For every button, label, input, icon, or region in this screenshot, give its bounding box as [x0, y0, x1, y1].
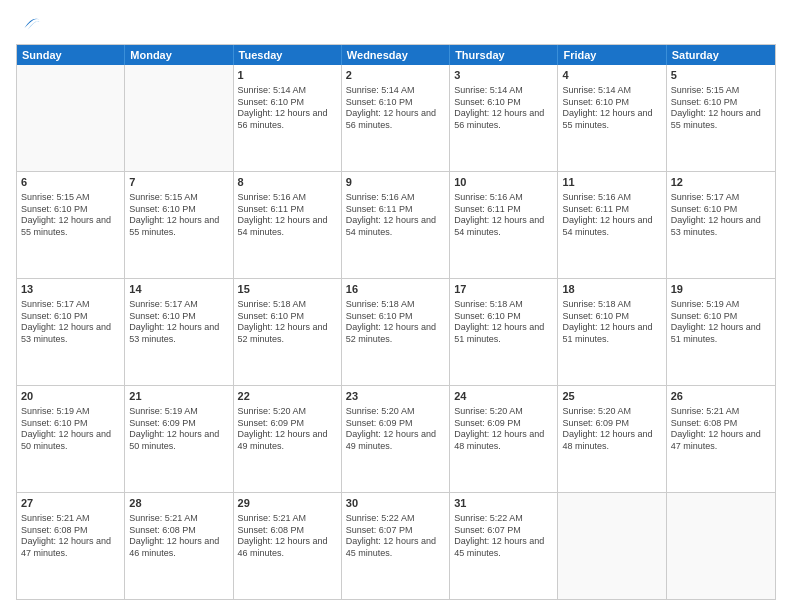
- calendar-cell-8: 8Sunrise: 5:16 AM Sunset: 6:11 PM Daylig…: [234, 172, 342, 278]
- header-day-friday: Friday: [558, 45, 666, 65]
- day-info: Sunrise: 5:18 AM Sunset: 6:10 PM Dayligh…: [346, 299, 445, 346]
- day-info: Sunrise: 5:22 AM Sunset: 6:07 PM Dayligh…: [454, 513, 553, 560]
- day-number: 4: [562, 68, 661, 83]
- day-info: Sunrise: 5:16 AM Sunset: 6:11 PM Dayligh…: [346, 192, 445, 239]
- day-info: Sunrise: 5:16 AM Sunset: 6:11 PM Dayligh…: [238, 192, 337, 239]
- calendar-cell-14: 14Sunrise: 5:17 AM Sunset: 6:10 PM Dayli…: [125, 279, 233, 385]
- day-info: Sunrise: 5:17 AM Sunset: 6:10 PM Dayligh…: [21, 299, 120, 346]
- day-info: Sunrise: 5:14 AM Sunset: 6:10 PM Dayligh…: [454, 85, 553, 132]
- calendar-cell-26: 26Sunrise: 5:21 AM Sunset: 6:08 PM Dayli…: [667, 386, 775, 492]
- day-number: 23: [346, 389, 445, 404]
- calendar-cell-29: 29Sunrise: 5:21 AM Sunset: 6:08 PM Dayli…: [234, 493, 342, 599]
- calendar-cell-30: 30Sunrise: 5:22 AM Sunset: 6:07 PM Dayli…: [342, 493, 450, 599]
- calendar-cell-4: 4Sunrise: 5:14 AM Sunset: 6:10 PM Daylig…: [558, 65, 666, 171]
- calendar-cell-19: 19Sunrise: 5:19 AM Sunset: 6:10 PM Dayli…: [667, 279, 775, 385]
- day-info: Sunrise: 5:18 AM Sunset: 6:10 PM Dayligh…: [238, 299, 337, 346]
- day-info: Sunrise: 5:16 AM Sunset: 6:11 PM Dayligh…: [454, 192, 553, 239]
- day-number: 5: [671, 68, 771, 83]
- day-info: Sunrise: 5:14 AM Sunset: 6:10 PM Dayligh…: [562, 85, 661, 132]
- day-info: Sunrise: 5:20 AM Sunset: 6:09 PM Dayligh…: [454, 406, 553, 453]
- day-number: 14: [129, 282, 228, 297]
- day-number: 30: [346, 496, 445, 511]
- day-number: 21: [129, 389, 228, 404]
- calendar-cell-11: 11Sunrise: 5:16 AM Sunset: 6:11 PM Dayli…: [558, 172, 666, 278]
- header-day-tuesday: Tuesday: [234, 45, 342, 65]
- day-number: 3: [454, 68, 553, 83]
- day-info: Sunrise: 5:20 AM Sunset: 6:09 PM Dayligh…: [238, 406, 337, 453]
- calendar-cell-12: 12Sunrise: 5:17 AM Sunset: 6:10 PM Dayli…: [667, 172, 775, 278]
- calendar-row-2: 6Sunrise: 5:15 AM Sunset: 6:10 PM Daylig…: [17, 171, 775, 278]
- day-number: 22: [238, 389, 337, 404]
- calendar-cell-21: 21Sunrise: 5:19 AM Sunset: 6:09 PM Dayli…: [125, 386, 233, 492]
- day-number: 28: [129, 496, 228, 511]
- calendar-cell-empty-4-5: [558, 493, 666, 599]
- day-number: 1: [238, 68, 337, 83]
- day-info: Sunrise: 5:19 AM Sunset: 6:10 PM Dayligh…: [21, 406, 120, 453]
- day-info: Sunrise: 5:20 AM Sunset: 6:09 PM Dayligh…: [562, 406, 661, 453]
- day-number: 20: [21, 389, 120, 404]
- header-day-monday: Monday: [125, 45, 233, 65]
- calendar: SundayMondayTuesdayWednesdayThursdayFrid…: [16, 44, 776, 600]
- day-info: Sunrise: 5:21 AM Sunset: 6:08 PM Dayligh…: [129, 513, 228, 560]
- day-number: 7: [129, 175, 228, 190]
- logo-icon: [18, 12, 42, 36]
- calendar-cell-3: 3Sunrise: 5:14 AM Sunset: 6:10 PM Daylig…: [450, 65, 558, 171]
- calendar-cell-22: 22Sunrise: 5:20 AM Sunset: 6:09 PM Dayli…: [234, 386, 342, 492]
- calendar-row-1: 1Sunrise: 5:14 AM Sunset: 6:10 PM Daylig…: [17, 65, 775, 171]
- calendar-cell-15: 15Sunrise: 5:18 AM Sunset: 6:10 PM Dayli…: [234, 279, 342, 385]
- header: [16, 12, 776, 36]
- calendar-cell-31: 31Sunrise: 5:22 AM Sunset: 6:07 PM Dayli…: [450, 493, 558, 599]
- day-info: Sunrise: 5:21 AM Sunset: 6:08 PM Dayligh…: [671, 406, 771, 453]
- day-info: Sunrise: 5:19 AM Sunset: 6:09 PM Dayligh…: [129, 406, 228, 453]
- day-info: Sunrise: 5:15 AM Sunset: 6:10 PM Dayligh…: [671, 85, 771, 132]
- calendar-cell-5: 5Sunrise: 5:15 AM Sunset: 6:10 PM Daylig…: [667, 65, 775, 171]
- calendar-cell-9: 9Sunrise: 5:16 AM Sunset: 6:11 PM Daylig…: [342, 172, 450, 278]
- header-day-sunday: Sunday: [17, 45, 125, 65]
- calendar-body: 1Sunrise: 5:14 AM Sunset: 6:10 PM Daylig…: [17, 65, 775, 599]
- day-info: Sunrise: 5:21 AM Sunset: 6:08 PM Dayligh…: [238, 513, 337, 560]
- page: SundayMondayTuesdayWednesdayThursdayFrid…: [0, 0, 792, 612]
- day-number: 15: [238, 282, 337, 297]
- day-number: 11: [562, 175, 661, 190]
- day-info: Sunrise: 5:18 AM Sunset: 6:10 PM Dayligh…: [562, 299, 661, 346]
- day-info: Sunrise: 5:21 AM Sunset: 6:08 PM Dayligh…: [21, 513, 120, 560]
- calendar-cell-23: 23Sunrise: 5:20 AM Sunset: 6:09 PM Dayli…: [342, 386, 450, 492]
- day-number: 13: [21, 282, 120, 297]
- calendar-cell-13: 13Sunrise: 5:17 AM Sunset: 6:10 PM Dayli…: [17, 279, 125, 385]
- calendar-cell-2: 2Sunrise: 5:14 AM Sunset: 6:10 PM Daylig…: [342, 65, 450, 171]
- calendar-cell-1: 1Sunrise: 5:14 AM Sunset: 6:10 PM Daylig…: [234, 65, 342, 171]
- day-number: 18: [562, 282, 661, 297]
- calendar-row-5: 27Sunrise: 5:21 AM Sunset: 6:08 PM Dayli…: [17, 492, 775, 599]
- day-number: 24: [454, 389, 553, 404]
- calendar-cell-24: 24Sunrise: 5:20 AM Sunset: 6:09 PM Dayli…: [450, 386, 558, 492]
- day-number: 12: [671, 175, 771, 190]
- day-info: Sunrise: 5:19 AM Sunset: 6:10 PM Dayligh…: [671, 299, 771, 346]
- day-number: 8: [238, 175, 337, 190]
- day-info: Sunrise: 5:14 AM Sunset: 6:10 PM Dayligh…: [346, 85, 445, 132]
- day-number: 31: [454, 496, 553, 511]
- day-number: 2: [346, 68, 445, 83]
- calendar-cell-28: 28Sunrise: 5:21 AM Sunset: 6:08 PM Dayli…: [125, 493, 233, 599]
- logo: [16, 12, 42, 36]
- calendar-cell-7: 7Sunrise: 5:15 AM Sunset: 6:10 PM Daylig…: [125, 172, 233, 278]
- calendar-cell-10: 10Sunrise: 5:16 AM Sunset: 6:11 PM Dayli…: [450, 172, 558, 278]
- calendar-cell-18: 18Sunrise: 5:18 AM Sunset: 6:10 PM Dayli…: [558, 279, 666, 385]
- day-number: 25: [562, 389, 661, 404]
- day-info: Sunrise: 5:20 AM Sunset: 6:09 PM Dayligh…: [346, 406, 445, 453]
- calendar-cell-empty-0-1: [125, 65, 233, 171]
- calendar-cell-25: 25Sunrise: 5:20 AM Sunset: 6:09 PM Dayli…: [558, 386, 666, 492]
- calendar-cell-6: 6Sunrise: 5:15 AM Sunset: 6:10 PM Daylig…: [17, 172, 125, 278]
- calendar-cell-27: 27Sunrise: 5:21 AM Sunset: 6:08 PM Dayli…: [17, 493, 125, 599]
- header-day-saturday: Saturday: [667, 45, 775, 65]
- day-number: 6: [21, 175, 120, 190]
- day-info: Sunrise: 5:18 AM Sunset: 6:10 PM Dayligh…: [454, 299, 553, 346]
- day-info: Sunrise: 5:17 AM Sunset: 6:10 PM Dayligh…: [671, 192, 771, 239]
- header-day-wednesday: Wednesday: [342, 45, 450, 65]
- header-day-thursday: Thursday: [450, 45, 558, 65]
- day-number: 27: [21, 496, 120, 511]
- calendar-cell-16: 16Sunrise: 5:18 AM Sunset: 6:10 PM Dayli…: [342, 279, 450, 385]
- calendar-row-3: 13Sunrise: 5:17 AM Sunset: 6:10 PM Dayli…: [17, 278, 775, 385]
- day-info: Sunrise: 5:14 AM Sunset: 6:10 PM Dayligh…: [238, 85, 337, 132]
- calendar-cell-empty-0-0: [17, 65, 125, 171]
- calendar-cell-20: 20Sunrise: 5:19 AM Sunset: 6:10 PM Dayli…: [17, 386, 125, 492]
